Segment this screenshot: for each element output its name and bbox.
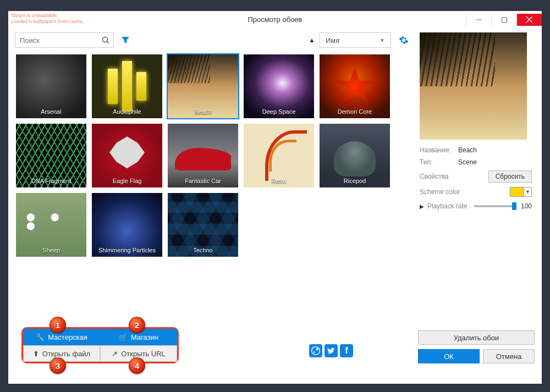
source-buttons-panel: 🔧Мастерская 🛒Магазин ⬆Открыть файл ↗Откр…	[21, 327, 179, 363]
search-box[interactable]	[15, 32, 114, 48]
wallpaper-grid: Arsenal Audiophile Beach Deep Space Demo…	[15, 53, 409, 258]
cancel-button[interactable]: Отмена	[483, 349, 535, 363]
wallpaper-thumbnail[interactable]: DNA Fragment	[15, 123, 87, 189]
gear-icon[interactable]	[399, 35, 409, 45]
window-title: Просмотр обоев	[248, 15, 302, 24]
steam-icon[interactable]	[309, 344, 322, 357]
wallpaper-thumbnail[interactable]: Arsenal	[15, 53, 87, 119]
wallpaper-preview	[420, 32, 527, 140]
upload-icon: ⬆	[33, 350, 39, 358]
detail-type-label: Тип:	[420, 158, 458, 166]
annotation-badge: 2	[129, 317, 145, 333]
cart-icon: 🛒	[119, 333, 128, 341]
wallpaper-thumbnail[interactable]: Shimmering Particles	[91, 192, 163, 258]
svg-rect-1	[502, 17, 507, 22]
twitter-icon[interactable]	[324, 344, 338, 357]
annotation-badge: 1	[50, 317, 66, 333]
facebook-icon[interactable]: f	[340, 344, 353, 357]
svg-marker-6	[122, 37, 129, 43]
share-icon: ↗	[112, 350, 118, 358]
wallpaper-thumbnail[interactable]: Techno	[167, 192, 239, 258]
close-button[interactable]	[516, 14, 542, 26]
filter-icon[interactable]	[122, 36, 129, 44]
wallpaper-thumbnail[interactable]: Demon Core	[318, 53, 391, 119]
search-input[interactable]	[15, 33, 98, 47]
svg-point-4	[103, 37, 108, 42]
expand-icon[interactable]: ▶	[420, 203, 424, 209]
wallpaper-thumbnail[interactable]: Audiophile	[91, 53, 163, 119]
scheme-color-dropdown[interactable]: ▼	[524, 187, 532, 197]
detail-name-label: Название:	[420, 146, 458, 154]
wallpaper-thumbnail[interactable]: Beach	[167, 53, 239, 119]
sort-field-dropdown[interactable]: Имя▼	[320, 32, 391, 48]
status-warnings: Steam is unavailable. Loaded 0 wallpaper…	[11, 13, 84, 25]
properties-label: Свойства	[420, 173, 449, 180]
wallpaper-thumbnail[interactable]: Retro	[243, 123, 315, 189]
svg-point-7	[312, 347, 320, 355]
svg-line-5	[107, 42, 109, 44]
wallpaper-thumbnail[interactable]: Eagle Flag	[91, 123, 163, 189]
playback-rate-label: Playback rate	[427, 202, 474, 210]
search-button[interactable]	[98, 33, 113, 47]
reset-button[interactable]: Сбросить	[488, 170, 532, 183]
wallpaper-thumbnail[interactable]: Ricepod	[318, 123, 391, 189]
delete-wallpaper-button[interactable]: Удалить обои	[418, 330, 535, 345]
detail-name-value: Beach	[458, 146, 477, 154]
scheme-color-label: Scheme color	[420, 188, 510, 196]
scheme-color-swatch[interactable]	[510, 187, 524, 197]
wallpaper-thumbnail[interactable]: Fantastic Car	[167, 123, 239, 189]
wrench-icon: 🔧	[36, 333, 45, 341]
playback-rate-value: 100	[516, 202, 532, 210]
sort-direction-button[interactable]: ▲	[309, 36, 315, 44]
chevron-down-icon: ▼	[380, 37, 385, 43]
playback-rate-slider[interactable]	[474, 205, 516, 207]
annotation-badge: 3	[50, 357, 66, 374]
maximize-button[interactable]	[491, 14, 516, 26]
svg-point-9	[314, 351, 315, 353]
wallpaper-thumbnail[interactable]: Sheep	[15, 192, 87, 258]
detail-type-value: Scene	[458, 158, 477, 166]
ok-button[interactable]: ОК	[418, 349, 480, 363]
svg-point-8	[316, 348, 318, 350]
minimize-button[interactable]	[466, 14, 491, 26]
wallpaper-thumbnail[interactable]: Deep Space	[243, 53, 315, 119]
annotation-badge: 4	[129, 357, 145, 374]
